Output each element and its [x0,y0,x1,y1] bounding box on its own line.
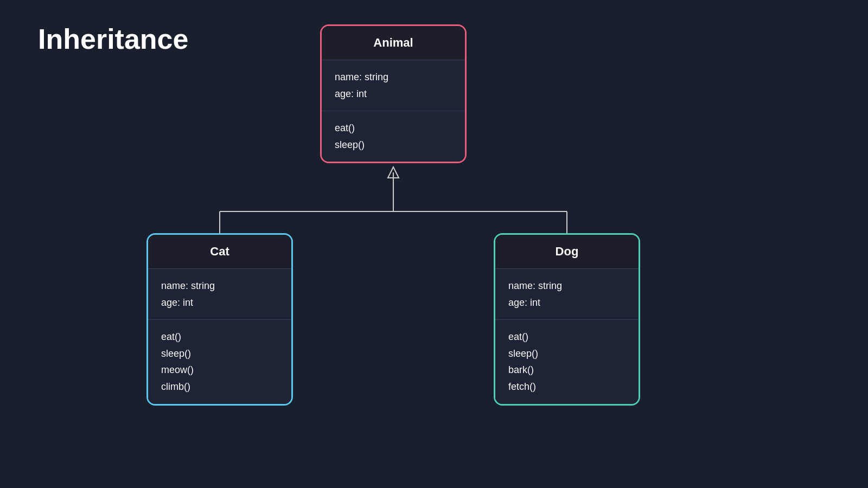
dog-method-bark: bark() [508,362,626,378]
cat-methods: eat() sleep() meow() climb() [148,319,291,403]
cat-method-climb: climb() [161,378,278,395]
dog-method-eat: eat() [508,329,626,345]
svg-marker-4 [388,167,399,178]
dog-method-fetch: fetch() [508,378,626,395]
cat-method-meow: meow() [161,362,278,378]
cat-class-box: Cat name: string age: int eat() sleep() … [146,233,293,406]
dog-class-box: Dog name: string age: int eat() sleep() … [494,233,640,406]
cat-method-sleep: sleep() [161,345,278,362]
dog-class-name: Dog [495,235,639,269]
cat-method-eat: eat() [161,329,278,345]
animal-method-eat: eat() [335,120,452,137]
dog-attr-age: age: int [508,294,626,311]
page-title: Inheritance [38,23,188,55]
animal-methods: eat() sleep() [322,111,465,162]
animal-attr-name: name: string [335,69,452,86]
cat-class-name: Cat [148,235,291,269]
animal-attr-age: age: int [335,86,452,102]
cat-attr-age: age: int [161,294,278,311]
dog-attr-name: name: string [508,278,626,294]
animal-method-sleep: sleep() [335,137,452,153]
animal-class-name: Animal [322,26,465,60]
cat-attr-name: name: string [161,278,278,294]
dog-method-sleep: sleep() [508,345,626,362]
animal-class-box: Animal name: string age: int eat() sleep… [320,24,467,163]
cat-attributes: name: string age: int [148,269,291,319]
dog-attributes: name: string age: int [495,269,639,319]
animal-attributes: name: string age: int [322,60,465,111]
dog-methods: eat() sleep() bark() fetch() [495,319,639,403]
